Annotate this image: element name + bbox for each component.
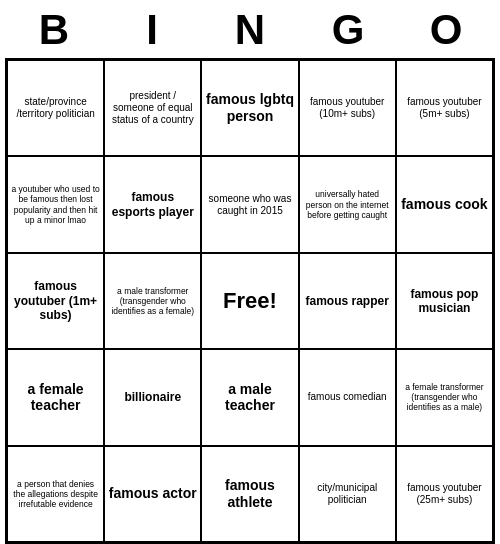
- bingo-cell-14: famous pop musician: [396, 253, 493, 349]
- bingo-cell-18: famous comedian: [299, 349, 396, 445]
- bingo-cell-10: famous youtuber (1m+ subs): [7, 253, 104, 349]
- letter-i: I: [112, 6, 192, 54]
- letter-b: B: [14, 6, 94, 54]
- letter-g: G: [308, 6, 388, 54]
- bingo-cell-17: a male teacher: [201, 349, 298, 445]
- letter-n: N: [210, 6, 290, 54]
- bingo-cell-4: famous youtuber (5m+ subs): [396, 60, 493, 156]
- bingo-cell-6: famous esports player: [104, 156, 201, 252]
- bingo-cell-1: president / someone of equal status of a…: [104, 60, 201, 156]
- bingo-cell-13: famous rapper: [299, 253, 396, 349]
- bingo-cell-23: city/municipal politician: [299, 446, 396, 542]
- bingo-cell-0: state/province /territory politician: [7, 60, 104, 156]
- bingo-cell-21: famous actor: [104, 446, 201, 542]
- bingo-cell-11: a male transformer (transgender who iden…: [104, 253, 201, 349]
- bingo-cell-3: famous youtuber (10m+ subs): [299, 60, 396, 156]
- bingo-cell-15: a female teacher: [7, 349, 104, 445]
- bingo-cell-20: a person that denies the allegations des…: [7, 446, 104, 542]
- bingo-cell-22: famous athlete: [201, 446, 298, 542]
- bingo-cell-2: famous lgbtq person: [201, 60, 298, 156]
- bingo-grid: state/province /territory politicianpres…: [5, 58, 495, 544]
- bingo-cell-9: famous cook: [396, 156, 493, 252]
- bingo-cell-24: famous youtuber (25m+ subs): [396, 446, 493, 542]
- bingo-cell-8: universally hated person on the internet…: [299, 156, 396, 252]
- bingo-header: B I N G O: [5, 0, 495, 58]
- bingo-cell-19: a female transformer (transgender who id…: [396, 349, 493, 445]
- bingo-cell-16: billionaire: [104, 349, 201, 445]
- bingo-cell-5: a youtuber who used to be famous then lo…: [7, 156, 104, 252]
- letter-o: O: [406, 6, 486, 54]
- bingo-cell-7: someone who was caught in 2015: [201, 156, 298, 252]
- bingo-cell-12: Free!: [201, 253, 298, 349]
